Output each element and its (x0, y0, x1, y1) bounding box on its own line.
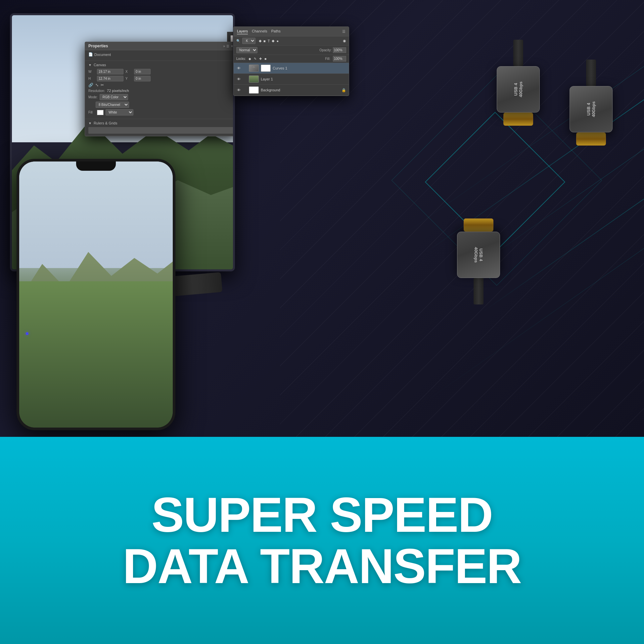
layer-lock-background: 🔒 (342, 88, 346, 92)
fill-label-layers: Fill: (325, 57, 330, 61)
rulers-preview (88, 127, 233, 134)
top-section: Properties » ☰ ✕ 📄 Document (0, 0, 644, 437)
mode-select[interactable]: RGB Color CMYK Color Grayscale (100, 94, 128, 100)
ps-fill-row: Fill White Black Transparent (88, 109, 233, 115)
headline-line1: SUPER SPEED (123, 489, 521, 540)
conn-label-2-line2: 40Gbps (591, 101, 596, 117)
canvas-label: Canvas (94, 63, 106, 67)
resolution-value: 72 pixels/inch (107, 89, 129, 93)
opacity-label: Opacity: (319, 48, 332, 52)
menu-icon[interactable]: ☰ (226, 44, 229, 48)
usb-connector-group: USB 4 40Gbps USB 4 40Gbps (492, 40, 618, 146)
locks-label: Locks: (236, 57, 246, 61)
conn-tip-1 (503, 113, 533, 126)
usb-connector-3-area: USB 4 40Gbps (452, 218, 505, 304)
fill-label: Fill (88, 111, 95, 114)
ps-layers-panel: Layers Channels Paths ☰ 🔍 Kind ◆ ■ T ◆ ●… (233, 26, 349, 96)
layer-item-curves[interactable]: 👁 ⌒ Curves 1 (234, 63, 349, 74)
y-label: Y (125, 77, 132, 80)
ps-document-header: 📄 Document (88, 52, 233, 57)
filter-icon-5[interactable]: ● (276, 39, 279, 43)
ps-mode-row: Mode: RGB Color CMYK Color Grayscale (88, 94, 233, 100)
layers-toolbar: 🔍 Kind ◆ ■ T ◆ ● ◉ (234, 36, 349, 46)
layer-eye-background[interactable]: 👁 (236, 88, 241, 92)
ps-width-row: W X (88, 69, 233, 74)
conn-label-1-line2: 40Gbps (518, 81, 523, 97)
filter-icon-1[interactable]: ◆ (259, 39, 261, 43)
layer-thumb-curves: ⌒ (249, 65, 259, 72)
layer-name-background: Background (261, 88, 340, 92)
tab-layers[interactable]: Layers (237, 28, 248, 34)
conn-cable-2 (586, 60, 596, 86)
tab-paths[interactable]: Paths (271, 28, 281, 34)
mode-label: Mode: (88, 95, 98, 99)
opacity-input[interactable] (333, 47, 346, 53)
lock-transparent-icon[interactable]: ◆ (249, 57, 251, 61)
conn-label-1: USB 4 40Gbps (513, 81, 523, 97)
conn-label-1-line1: USB 4 (513, 83, 518, 96)
layer-thumb-layer1 (249, 75, 259, 83)
height-input[interactable] (97, 76, 123, 81)
fill-select[interactable]: White Black Transparent (106, 109, 133, 115)
resize-icon: ⤡ (95, 83, 99, 87)
ps-resolution-row: Resolution: 72 pixels/inch (88, 89, 233, 93)
fill-color-swatch[interactable] (97, 110, 104, 115)
tab-channels[interactable]: Channels (252, 28, 267, 34)
rulers-label: Rulers & Grids (94, 121, 117, 125)
ps-canvas-header: ▼ Canvas (88, 63, 233, 67)
conn-body-3: USB 4 40Gbps (457, 232, 500, 278)
opacity-control: Opacity: (319, 47, 346, 53)
ps-height-row: H Y (88, 76, 233, 81)
y-input[interactable] (134, 76, 151, 81)
usb-connectors-area: USB 4 40Gbps USB 4 40Gbps (492, 40, 618, 146)
ps-panel-title: Properties (88, 44, 108, 48)
layer-eye-curves[interactable]: 👁 (236, 66, 241, 70)
expand-icon[interactable]: » (223, 44, 225, 48)
width-input[interactable] (97, 69, 123, 74)
layers-tabs: Layers Channels Paths (237, 28, 281, 34)
depth-select[interactable]: 8 Bits/Channel 16 Bits/Channel (96, 102, 129, 108)
x-label: X (125, 70, 132, 73)
layer-item-background[interactable]: 👁 Background 🔒 (234, 85, 349, 96)
resolution-label: Resolution: (88, 89, 105, 93)
lock-paint-icon[interactable]: ✎ (254, 57, 256, 61)
phone-led-indicator (26, 332, 28, 335)
usb-connector-3: USB 4 40Gbps (452, 218, 505, 304)
ps-rulers-section: ▼ Rulers & Grids (85, 119, 233, 136)
conn-label-3-line2: 40Gbps (474, 247, 479, 263)
conn-cable-1 (513, 40, 523, 66)
filter-icon-2[interactable]: ■ (263, 39, 266, 43)
layers-locks-row: Locks: ◆ ✎ ✚ ■ Fill: (234, 55, 349, 63)
x-input[interactable] (134, 69, 151, 74)
layer-eye-layer1[interactable]: 👁 (236, 77, 241, 81)
filter-icon-4[interactable]: ◆ (272, 39, 274, 43)
headline-container: SUPER SPEED DATA TRANSFER (123, 489, 521, 592)
crop-icon: ✂ (101, 83, 104, 87)
usb-connector-1: USB 4 40Gbps (492, 40, 545, 146)
conn-body-2: USB 4 40Gbps (570, 86, 613, 132)
ps-canvas-section: ▼ Canvas W X H Y (85, 61, 233, 119)
smartphone-screen (19, 161, 173, 428)
filter-toggle[interactable]: ◉ (343, 39, 346, 43)
conn-label-3-line1: USB 4 (479, 249, 483, 261)
lock-position-icon[interactable]: ✚ (259, 57, 262, 61)
phone-notch (76, 161, 116, 171)
width-label: W (88, 70, 95, 73)
filter-icon-3[interactable]: T (268, 39, 270, 43)
blend-mode-select[interactable]: Normal Multiply Screen (236, 47, 257, 53)
fill-input-layers[interactable] (333, 56, 346, 62)
layer-filter-select[interactable]: Kind (242, 38, 255, 44)
headline-line2: DATA TRANSFER (123, 540, 521, 592)
ps-depth-row: 8 Bits/Channel 16 Bits/Channel (88, 102, 233, 108)
layers-panel-menu[interactable]: ☰ (342, 29, 345, 34)
layers-mode-row: Normal Multiply Screen Opacity: (234, 46, 349, 55)
bottom-section: SUPER SPEED DATA TRANSFER (0, 437, 644, 644)
conn-tip-2 (576, 132, 606, 146)
phone-sky (19, 161, 173, 268)
layer-item-layer1[interactable]: 👁 Layer 1 (234, 74, 349, 85)
document-label: Document (94, 53, 111, 57)
conn-tip-3 (464, 218, 493, 232)
lock-artboard-icon[interactable]: ■ (264, 57, 266, 61)
close-icon[interactable]: ✕ (231, 44, 233, 48)
ps-document-section: 📄 Document (85, 50, 233, 61)
